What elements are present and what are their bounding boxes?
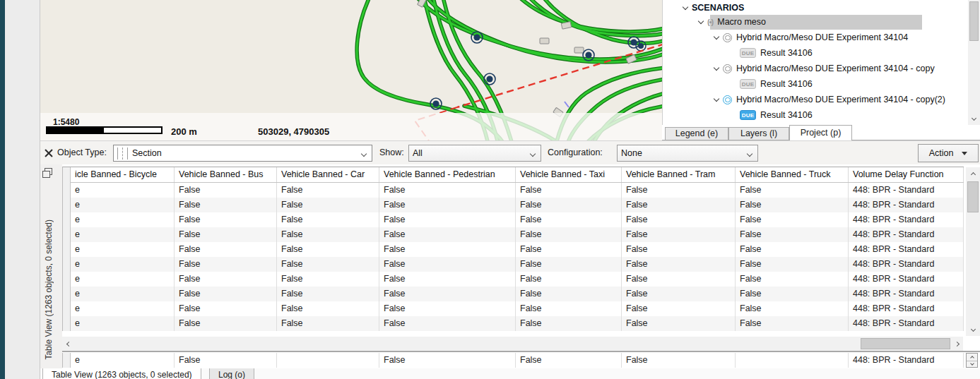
table-cell[interactable]: False bbox=[516, 183, 622, 198]
table-cell[interactable]: False bbox=[379, 242, 516, 257]
column-header[interactable]: icle Banned - Bicycle bbox=[71, 167, 175, 182]
table-cell[interactable]: False bbox=[277, 272, 379, 287]
table-cell[interactable]: 448: BPR - Standard bbox=[849, 287, 964, 301]
table-cell[interactable]: False bbox=[175, 257, 277, 272]
column-header[interactable]: Vehicle Banned - Bus bbox=[175, 167, 277, 182]
table-cell[interactable]: False bbox=[736, 301, 849, 316]
table-cell[interactable]: False bbox=[277, 301, 379, 316]
table-cell[interactable]: 448: BPR - Standard bbox=[849, 227, 964, 242]
action-button[interactable]: Action bbox=[918, 144, 979, 162]
row-header-cell[interactable] bbox=[63, 257, 71, 272]
table-cell[interactable]: e bbox=[71, 316, 175, 331]
table-cell[interactable]: False bbox=[379, 287, 516, 301]
table-row[interactable]: eFalseFalseFalseFalseFalseFalse448: BPR … bbox=[63, 198, 964, 212]
tab-project[interactable]: Project (p) bbox=[789, 125, 852, 140]
table-row[interactable]: eFalseFalseFalseFalseFalseFalse448: BPR … bbox=[63, 272, 964, 287]
spinner-down-button[interactable] bbox=[967, 361, 977, 368]
column-header[interactable]: Vehicle Banned - Taxi bbox=[516, 167, 622, 182]
table-cell[interactable]: False bbox=[622, 316, 736, 331]
table-row[interactable]: eFalseFalseFalseFalseFalseFalse448: BPR … bbox=[63, 183, 964, 198]
close-icon[interactable] bbox=[45, 148, 53, 157]
table-cell[interactable]: False bbox=[379, 316, 516, 331]
table-horizontal-scrollbar[interactable] bbox=[62, 337, 963, 351]
row-header-cell[interactable] bbox=[63, 198, 71, 212]
table-cell[interactable]: 448: BPR - Standard bbox=[849, 183, 964, 198]
table-cell[interactable]: False bbox=[277, 183, 379, 198]
pinned-row-cell[interactable]: False bbox=[175, 353, 277, 368]
table-cell[interactable]: False bbox=[622, 183, 736, 198]
row-header-cell[interactable] bbox=[63, 242, 71, 257]
chevron-down-icon[interactable] bbox=[714, 33, 719, 39]
table-cell[interactable]: 448: BPR - Standard bbox=[849, 272, 964, 287]
table-cell[interactable]: e bbox=[71, 272, 175, 287]
table-row[interactable]: eFalseFalseFalseFalseFalseFalse448: BPR … bbox=[63, 301, 964, 316]
table-cell[interactable]: False bbox=[277, 242, 379, 257]
table-cell[interactable]: 448: BPR - Standard bbox=[849, 242, 964, 257]
table-cell[interactable]: False bbox=[379, 301, 516, 316]
tree-item-experiment[interactable]: Hybrid Macro/Meso DUE Experiment 34104 bbox=[714, 30, 908, 44]
tree-item-result[interactable]: DUE Result 34106 bbox=[740, 46, 813, 60]
pinned-row-cell[interactable]: False bbox=[516, 353, 622, 368]
tree-item-scenarios[interactable]: SCENARIOS bbox=[683, 1, 744, 15]
row-header-cell[interactable] bbox=[63, 301, 71, 316]
table-cell[interactable]: False bbox=[175, 272, 277, 287]
table-cell[interactable]: False bbox=[175, 198, 277, 212]
configuration-select[interactable]: None bbox=[617, 145, 758, 162]
scroll-right-button[interactable] bbox=[952, 337, 963, 351]
pinned-row-cell[interactable]: False bbox=[379, 353, 516, 368]
table-cell[interactable]: False bbox=[175, 183, 277, 198]
table-row[interactable]: eFalseFalseFalseFalseFalseFalse448: BPR … bbox=[63, 227, 964, 242]
tree-item-result[interactable]: DUE Result 34106 bbox=[740, 108, 813, 122]
column-header[interactable]: Vehicle Banned - Car bbox=[277, 167, 379, 182]
table-cell[interactable]: False bbox=[175, 212, 277, 227]
table-cell[interactable]: False bbox=[516, 272, 622, 287]
table-cell[interactable]: False bbox=[175, 301, 277, 316]
table-cell[interactable]: False bbox=[516, 316, 622, 331]
column-header[interactable]: Volume Delay Function bbox=[849, 167, 964, 182]
row-header-cell[interactable] bbox=[63, 287, 71, 301]
tree-item-scenario[interactable]: (▪) Macro meso bbox=[699, 15, 766, 29]
pinned-row-cell[interactable]: e bbox=[71, 353, 175, 368]
chevron-down-icon[interactable] bbox=[683, 4, 688, 9]
table-cell[interactable]: False bbox=[736, 198, 849, 212]
table-cell[interactable]: False bbox=[622, 198, 736, 212]
tab-log[interactable]: Log (o) bbox=[209, 368, 254, 379]
tree-item-experiment[interactable]: Hybrid Macro/Meso DUE Experiment 34104 -… bbox=[714, 92, 945, 107]
table-cell[interactable]: 448: BPR - Standard bbox=[849, 301, 964, 316]
row-header-cell[interactable] bbox=[63, 272, 71, 287]
table-cell[interactable]: False bbox=[622, 242, 736, 257]
table-cell[interactable]: False bbox=[516, 212, 622, 227]
table-cell[interactable]: False bbox=[277, 227, 379, 242]
table-cell[interactable]: False bbox=[516, 301, 622, 316]
row-spinner[interactable] bbox=[966, 353, 978, 368]
table-cell[interactable]: False bbox=[277, 212, 379, 227]
table-row[interactable]: eFalseFalseFalseFalseFalseFalse448: BPR … bbox=[63, 257, 964, 272]
map-view[interactable]: 1:5480 200 m 503029, 4790305 bbox=[40, 0, 662, 141]
table-cell[interactable]: False bbox=[379, 227, 516, 242]
pinned-row-cell[interactable]: 448: BPR - Standard bbox=[849, 353, 964, 368]
table-cell[interactable]: e bbox=[71, 183, 175, 198]
table-cell[interactable]: False bbox=[622, 257, 736, 272]
table-cell[interactable]: False bbox=[516, 227, 622, 242]
table-cell[interactable]: False bbox=[622, 301, 736, 316]
table-cell[interactable]: False bbox=[516, 257, 622, 272]
scroll-left-button[interactable] bbox=[62, 337, 73, 351]
chevron-down-icon[interactable] bbox=[714, 95, 719, 101]
tree-item-result[interactable]: DUE Result 34106 bbox=[740, 77, 813, 91]
column-header[interactable]: Vehicle Banned - Truck bbox=[736, 167, 849, 182]
table-cell[interactable]: False bbox=[736, 272, 849, 287]
float-window-icon[interactable] bbox=[45, 168, 52, 175]
scroll-down-button[interactable] bbox=[966, 324, 980, 336]
column-header[interactable]: Vehicle Banned - Tram bbox=[622, 167, 736, 182]
table-cell[interactable]: False bbox=[516, 198, 622, 212]
table-cell[interactable]: False bbox=[175, 227, 277, 242]
table-cell[interactable]: 448: BPR - Standard bbox=[849, 316, 964, 331]
table-cell[interactable]: e bbox=[71, 198, 175, 212]
table-cell[interactable]: False bbox=[175, 242, 277, 257]
table-cell[interactable]: False bbox=[277, 316, 379, 331]
table-cell[interactable]: False bbox=[736, 257, 849, 272]
table-cell[interactable]: e bbox=[71, 287, 175, 301]
table-cell[interactable]: False bbox=[622, 287, 736, 301]
table-cell[interactable]: False bbox=[736, 212, 849, 227]
row-header-cell[interactable] bbox=[63, 227, 71, 242]
